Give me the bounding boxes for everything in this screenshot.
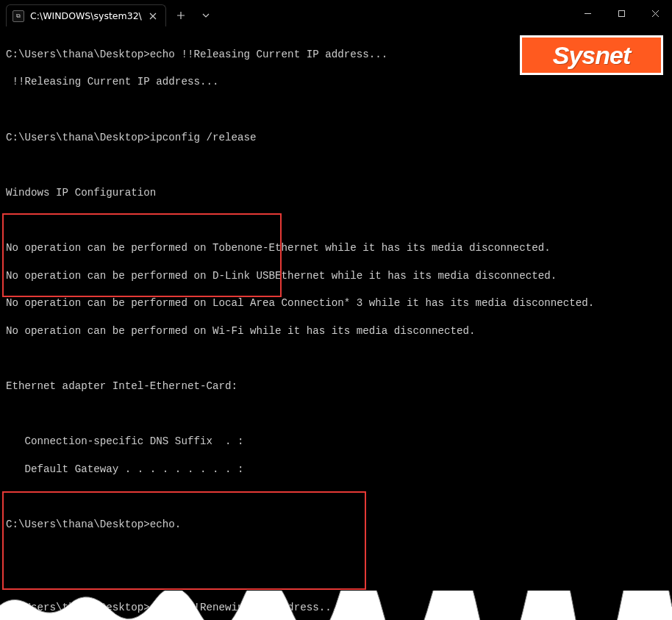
terminal-line (6, 407, 666, 421)
terminal-line: Default Gateway . . . . . . . . . : (6, 463, 666, 477)
terminal-line: Connection-specific DNS Suffix . : (6, 435, 666, 449)
minimize-button[interactable] (571, 0, 604, 26)
tab-actions (174, 4, 213, 23)
terminal-line: !!Releasing Current IP address... (6, 75, 666, 89)
terminal-line: C:\Users\thana\Desktop>echo. (6, 518, 666, 532)
terminal-line (6, 103, 666, 117)
terminal-line (6, 573, 666, 587)
terminal-line (6, 158, 666, 172)
torn-edge-decor (0, 591, 672, 620)
terminal-line: C:\Users\thana\Desktop>echo !!Releasing … (6, 48, 666, 62)
terminal-line: No operation can be performed on D-Link … (6, 269, 666, 283)
window-controls (571, 0, 672, 26)
terminal-line: C:\Users\thana\Desktop>ipconfig /release (6, 131, 666, 145)
tab-active[interactable]: C:\WINDOWS\system32\ (6, 4, 166, 26)
terminal-output[interactable]: C:\Users\thana\Desktop>echo !!Releasing … (0, 26, 672, 620)
terminal-line: No operation can be performed on Tobenon… (6, 241, 666, 255)
terminal-line: Ethernet adapter Intel-Ethernet-Card: (6, 380, 666, 393)
terminal-line (6, 213, 666, 227)
tab-dropdown-button[interactable] (199, 8, 213, 23)
new-tab-button[interactable] (174, 8, 188, 23)
terminal-line: No operation can be performed on Wi-Fi w… (6, 324, 666, 338)
svg-rect-0 (618, 10, 624, 16)
terminal-line (6, 545, 666, 559)
terminal-line: No operation can be performed on Local A… (6, 296, 666, 310)
terminal-line (6, 352, 666, 366)
maximize-button[interactable] (604, 0, 638, 26)
cmd-icon (12, 10, 24, 22)
close-tab-button[interactable] (148, 11, 158, 21)
window-close-button[interactable] (638, 0, 672, 26)
tab-title-label: C:\WINDOWS\system32\ (30, 10, 142, 21)
title-bar: C:\WINDOWS\system32\ (0, 0, 672, 26)
terminal-line (6, 490, 666, 504)
terminal-line: Windows IP Configuration (6, 186, 666, 200)
